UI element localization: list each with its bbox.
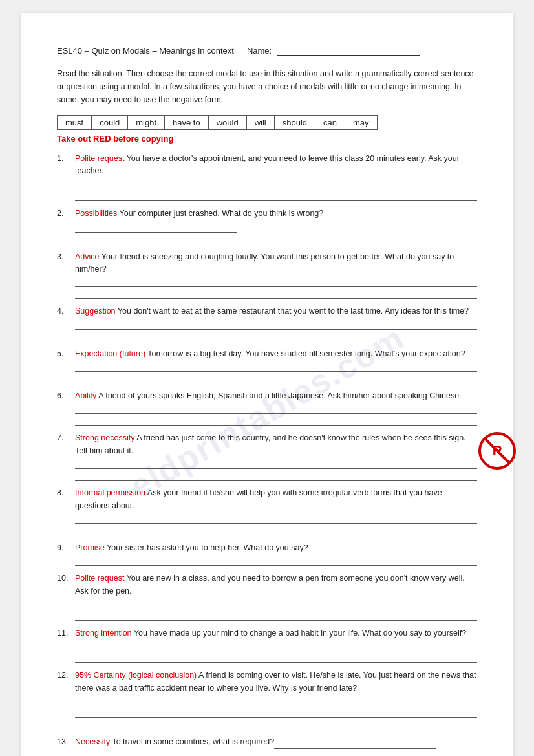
question-number: 5. [57,348,75,383]
name-label: Name: [247,45,420,56]
modal-cell: could [92,116,128,130]
answer-line [75,374,477,383]
header: ESL40 – Quiz on Modals – Meanings in con… [57,45,477,56]
answer-line [75,642,477,651]
answer-line [75,235,477,244]
question-text: To travel in some countries, what is req… [110,737,274,746]
question-body: Informal permission Ask your friend if h… [75,487,477,535]
modal-cell: have to [165,116,209,130]
question-number: 13. [57,736,75,756]
question-label: Possibilities [75,209,117,218]
answer-line [75,697,477,706]
question-body: Strong necessity A friend has just come … [75,432,477,481]
answer-line [75,557,477,566]
modal-cell: will [246,116,274,130]
question-number: 8. [57,487,75,535]
answer-line [75,192,477,201]
question-label: Ability [75,391,96,400]
question-label: Polite request [75,154,124,163]
answer-line [75,278,477,287]
question-text: You don't want to eat at the same restau… [116,307,469,316]
question-body: Polite request You have a doctor's appoi… [75,153,477,201]
question-label: Suggestion [75,307,116,316]
question-body: Expectation (future) Tomorrow is a big t… [75,348,477,383]
question-text: Tomorrow is a big test day. You have stu… [145,349,465,358]
question-item: 1.Polite request You have a doctor's app… [57,153,477,201]
question-body: 95% Certainty (logical conclusion) A fri… [75,669,477,729]
intro-text: Read the situation. Then choose the corr… [57,67,477,106]
question-item: 7.Strong necessity A friend has just com… [57,432,477,481]
question-item: 3.Advice Your friend is sneezing and cou… [57,251,477,299]
question-text: Your computer just crashed. What do you … [117,209,323,218]
modal-cell: might [128,116,165,130]
page: eldprintables.com ESL40 – Quiz on Modals… [21,13,513,756]
question-body: Ability A friend of yours speaks English… [75,390,477,426]
question-text: Your sister has asked you to help her. W… [105,543,308,552]
answer-line [75,363,477,372]
questions-list: 1.Polite request You have a doctor's app… [57,153,477,756]
answer-line [75,526,477,535]
question-label: Necessity [75,737,110,746]
answer-line [75,332,477,341]
question-item: 11.Strong intention You have made up you… [57,627,477,663]
answer-line [75,751,477,757]
question-text: You have made up your mind to change a b… [132,629,467,638]
no-parking-sign: P [478,432,516,470]
answer-inline-line [75,225,237,233]
question-label: 95% Certainty (logical conclusion) [75,671,197,680]
question-number: 6. [57,390,75,426]
question-number: 4. [57,305,75,341]
answer-inline-line [308,546,438,554]
question-label: Polite request [75,574,124,583]
answer-line [75,405,477,414]
answer-line [75,654,477,663]
question-number: 1. [57,153,75,201]
question-item: 13.Necessity To travel in some countries… [57,736,477,756]
question-label: Informal permission [75,488,145,497]
question-body: Suggestion You don't want to eat at the … [75,305,477,341]
question-label: Strong necessity [75,433,134,442]
question-item: 4.Suggestion You don't want to eat at th… [57,305,477,341]
question-body: Promise Your sister has asked you to hel… [75,542,477,566]
question-number: 2. [57,208,75,244]
red-notice: Take out RED before copying [57,134,477,144]
header-title: ESL40 – Quiz on Modals – Meanings in con… [57,46,234,56]
question-item: 6.Ability A friend of yours speaks Engli… [57,390,477,426]
answer-line [75,600,477,609]
modal-cell: should [274,116,315,130]
question-label: Advice [75,252,100,261]
answer-line [75,471,477,481]
question-text: A friend of yours speaks English, Spanis… [96,391,461,400]
question-body: Strong intention You have made up your m… [75,627,477,663]
question-text: Your friend is sneezing and coughing lou… [75,252,454,274]
answer-line [75,460,477,469]
question-item: 8.Informal permission Ask your friend if… [57,487,477,535]
question-body: Polite request You are new in a class, a… [75,572,477,621]
name-input-line [277,45,420,56]
question-number: 10. [57,572,75,621]
question-body: Necessity To travel in some countries, w… [75,736,477,756]
modal-cell: would [208,116,246,130]
question-body: Advice Your friend is sneezing and cough… [75,251,477,299]
question-body: Possibilities Your computer just crashed… [75,208,477,244]
answer-inline-line [274,741,436,749]
answer-line [75,515,477,524]
question-item: 2.Possibilities Your computer just crash… [57,208,477,244]
modals-table: mustcouldmighthave towouldwillshouldcanm… [57,115,378,130]
question-number: 12. [57,669,75,729]
answer-line [75,416,477,426]
question-label: Promise [75,543,105,552]
question-text: You have a doctor's appointment, and you… [75,154,460,175]
question-number: 11. [57,627,75,663]
question-number: 9. [57,542,75,566]
answer-line [75,321,477,330]
answer-line [75,290,477,299]
modal-cell: can [315,116,345,130]
answer-line [75,612,477,621]
answer-line [75,180,477,189]
question-number: 7. [57,432,75,481]
answer-line [75,709,477,718]
question-text: You are new in a class, and you need to … [75,574,465,595]
modal-cell: may [345,116,378,130]
answer-line [75,720,477,729]
